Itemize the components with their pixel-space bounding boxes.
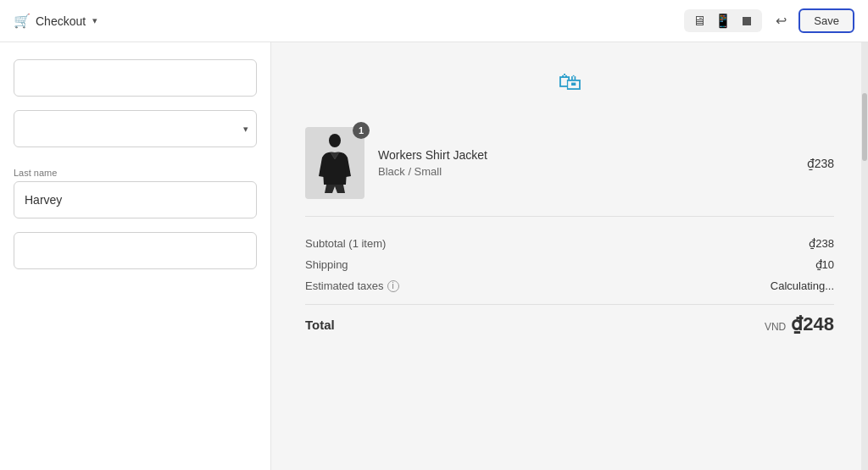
last-name-input[interactable] (14, 181, 257, 218)
cart-icon: 🛒 (14, 13, 31, 29)
last-name-field: Last name (14, 168, 257, 218)
undo-button[interactable]: ↩ (771, 9, 792, 32)
svg-point-0 (329, 134, 341, 147)
last-name-label: Last name (14, 168, 257, 178)
price-breakdown: Subtotal (1 item) ₫238 Shipping ₫10 Esti… (305, 237, 834, 335)
scrollbar-thumb (862, 93, 867, 161)
subtotal-value: ₫238 (809, 237, 834, 250)
product-image-wrapper: 1 (305, 127, 364, 199)
info-icon[interactable]: i (387, 280, 399, 292)
total-amount: ₫248 (791, 313, 834, 335)
bag-icon-container: 🛍 (558, 68, 581, 96)
product-name: Workers Shirt Jacket (378, 148, 807, 162)
address-input[interactable] (14, 232, 257, 269)
mobile-icon[interactable]: ⏹ (740, 14, 754, 29)
product-silhouette (314, 134, 356, 193)
order-summary-panel: 🛍 (271, 42, 868, 470)
desktop-icon[interactable]: 🖥 (693, 14, 706, 29)
taxes-label: Estimated taxes i (305, 279, 399, 292)
shopping-bag-icon: 🛍 (558, 69, 581, 95)
device-switcher: 🖥 📱 ⏹ (684, 9, 762, 32)
main-content: ▾ Last name 🛍 (0, 42, 868, 470)
tablet-icon[interactable]: 📱 (715, 13, 732, 29)
shipping-row: Shipping ₫10 (305, 258, 834, 271)
scrollbar[interactable] (861, 42, 868, 470)
shipping-value: ₫10 (815, 258, 834, 271)
total-row: Total VND ₫248 (305, 304, 834, 335)
product-price: ₫238 (807, 157, 834, 170)
first-name-input[interactable] (14, 59, 257, 97)
product-image (305, 127, 364, 199)
header-title: Checkout (36, 14, 86, 28)
subtotal-row: Subtotal (1 item) ₫238 (305, 237, 834, 250)
save-button[interactable]: Save (798, 8, 854, 33)
product-details: Workers Shirt Jacket Black / Small (378, 148, 807, 178)
taxes-label-text: Estimated taxes (305, 279, 384, 292)
taxes-value: Calculating... (771, 279, 834, 292)
chevron-down-icon[interactable]: ▾ (92, 15, 97, 26)
order-summary: 1 Workers Shirt Jacket Black / Small ₫23… (305, 127, 834, 335)
checkout-form-panel: ▾ Last name (0, 42, 271, 470)
header-actions: ↩ Save (771, 8, 854, 33)
product-item: 1 Workers Shirt Jacket Black / Small ₫23… (305, 127, 834, 217)
header-left: 🛒 Checkout ▾ (14, 13, 97, 29)
total-currency: VND (765, 321, 786, 333)
subtotal-label: Subtotal (1 item) (305, 237, 386, 250)
country-select-wrapper: ▾ (14, 110, 257, 147)
product-quantity-badge: 1 (353, 122, 370, 139)
product-variant: Black / Small (378, 165, 807, 178)
shipping-label: Shipping (305, 258, 348, 271)
total-label: Total (305, 318, 335, 332)
country-select[interactable] (14, 110, 257, 147)
header: 🛒 Checkout ▾ 🖥 📱 ⏹ ↩ Save (0, 0, 868, 42)
taxes-row: Estimated taxes i Calculating... (305, 279, 834, 292)
header-right: 🖥 📱 ⏹ ↩ Save (684, 8, 854, 33)
total-value-container: VND ₫248 (765, 313, 834, 335)
